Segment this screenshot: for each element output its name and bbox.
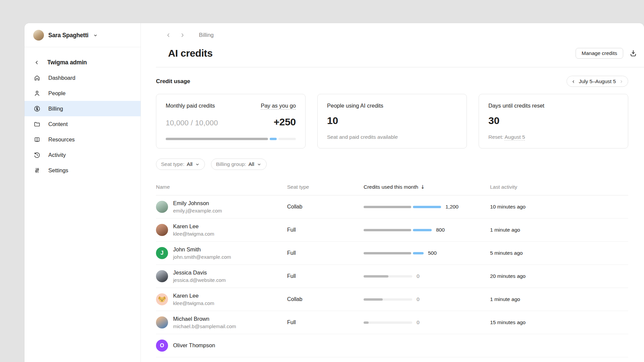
- user-email: klee@twigma.com: [173, 231, 214, 237]
- workspace-title: Twigma admin: [47, 59, 87, 66]
- seat-credits-fill: [364, 321, 369, 324]
- remaining-track-segment: [278, 138, 296, 140]
- sliders-icon: [34, 167, 41, 174]
- sidebar-item-label: Settings: [48, 167, 68, 174]
- seat-credits-segment: [364, 206, 411, 208]
- credits-track: [364, 298, 412, 301]
- column-credits-used[interactable]: Credits used this month ↓: [364, 184, 490, 190]
- seat-credits-fill: [364, 275, 388, 278]
- credits-value: 500: [428, 250, 437, 256]
- monthly-credits-usage: 10,000 / 10,000: [166, 119, 218, 127]
- card-subtitle: Reset: August 5: [488, 134, 619, 140]
- table-row[interactable]: Jessica Davisjessica.d@website.comFull02…: [156, 265, 628, 288]
- avatar: [156, 201, 168, 213]
- credits-value: 0: [417, 273, 420, 279]
- nav-back-icon[interactable]: [165, 32, 171, 38]
- last-activity: 1 minute ago: [490, 296, 628, 302]
- seat-type-filter[interactable]: Seat type: All: [156, 159, 205, 170]
- reset-label: Reset:: [488, 134, 504, 140]
- chevron-left-icon[interactable]: [571, 79, 576, 83]
- sidebar-item-billing[interactable]: Billing: [24, 101, 141, 116]
- filters: Seat type: All Billing group: All: [156, 159, 628, 170]
- filter-label: Seat type:: [161, 161, 184, 167]
- seat-type: Full: [287, 227, 364, 233]
- table-body: Emily Johnsonemily.j@example.comCollab1,…: [156, 195, 628, 357]
- sidebar-item-label: Content: [48, 121, 68, 127]
- sidebar-item-resources[interactable]: Resources: [24, 132, 141, 147]
- column-seat-type[interactable]: Seat type: [287, 184, 364, 190]
- column-last-activity[interactable]: Last activity: [490, 184, 628, 190]
- payg-credits-value: +250: [274, 116, 296, 128]
- pay-as-you-go-link[interactable]: Pay as you go: [261, 103, 296, 110]
- table-row[interactable]: Karen Leeklee@twigma.comCollab01 minute …: [156, 288, 628, 311]
- avatar: O: [156, 340, 168, 352]
- paid-credits-segment: [413, 229, 432, 231]
- sidebar-nav: Twigma admin DashboardPeopleBillingConte…: [24, 47, 141, 178]
- billing-group-filter[interactable]: Billing group: All: [211, 159, 267, 170]
- seat-type: Collab: [287, 204, 364, 210]
- user-menu[interactable]: Sara Spaghetti: [24, 23, 141, 47]
- user-email: john.smith@example.com: [173, 254, 231, 260]
- chevron-right-icon[interactable]: [619, 79, 624, 83]
- sidebar-item-content[interactable]: Content: [24, 116, 141, 132]
- credits-usage-bar: [364, 298, 412, 301]
- content-area: Credit usage July 5–August 5 Monthly pai…: [141, 67, 644, 362]
- table-row[interactable]: JJohn Smithjohn.smith@example.comFull500…: [156, 242, 628, 265]
- sidebar-item-settings[interactable]: Settings: [24, 163, 141, 178]
- card-people-using-credits: People using AI credits 10 Seat and paid…: [317, 94, 467, 148]
- people-count: 10: [327, 115, 457, 126]
- card-title: People using AI credits: [327, 103, 457, 109]
- book-icon: [34, 136, 41, 143]
- user-full-name: Oliver Thompson: [173, 342, 215, 349]
- breadcrumb: Billing: [141, 23, 644, 38]
- home-icon: [34, 74, 41, 81]
- credits-progress-bar: [166, 138, 296, 140]
- card-title: Monthly paid credits: [166, 103, 215, 109]
- history-icon: [34, 152, 41, 159]
- chevron-down-icon: [257, 162, 262, 167]
- seat-credits-fill: [364, 298, 383, 301]
- filter-value: All: [187, 161, 193, 167]
- table-row[interactable]: OOliver Thompson: [156, 334, 628, 357]
- chevron-down-icon: [93, 33, 98, 38]
- seat-type: Collab: [287, 296, 364, 302]
- credits-used-cell: 0: [364, 319, 490, 325]
- column-name[interactable]: Name: [156, 184, 287, 190]
- credits-table: Name Seat type Credits used this month ↓…: [156, 177, 628, 362]
- user-full-name: Karen Lee: [173, 223, 214, 230]
- sidebar-item-activity[interactable]: Activity: [24, 147, 141, 163]
- download-icon[interactable]: [629, 49, 637, 57]
- avatar: [156, 224, 168, 236]
- section-title: Credit usage: [156, 78, 190, 85]
- sidebar-item-people[interactable]: People: [24, 85, 141, 101]
- sidebar-item-label: Resources: [48, 136, 75, 143]
- table-row[interactable]: Emily Johnsonemily.j@example.comCollab1,…: [156, 195, 628, 219]
- app-window: Sara Spaghetti Twigma admin DashboardPeo…: [24, 23, 644, 362]
- folder-icon: [34, 121, 41, 128]
- credits-usage-bar: [364, 206, 441, 208]
- chevron-left-icon: [34, 59, 40, 66]
- manage-credits-button[interactable]: Manage credits: [576, 48, 623, 59]
- last-activity: 5 minutes ago: [490, 250, 628, 256]
- card-monthly-paid-credits: Monthly paid credits Pay as you go 10,00…: [156, 94, 306, 148]
- table-row[interactable]: Michael Brownmichael.b@samplemail.comFul…: [156, 311, 628, 334]
- filter-label: Billing group:: [216, 161, 246, 167]
- sidebar-item-label: Activity: [48, 152, 66, 158]
- nav-forward-icon[interactable]: [179, 32, 185, 38]
- date-range-picker[interactable]: July 5–August 5: [567, 76, 628, 87]
- user-full-name: John Smith: [173, 246, 231, 253]
- sidebar-item-dashboard[interactable]: Dashboard: [24, 70, 141, 85]
- credits-used-cell: 500: [364, 250, 490, 256]
- seat-credits-segment: [166, 138, 268, 140]
- reset-date-link[interactable]: August 5: [504, 134, 525, 140]
- date-range-label: July 5–August 5: [579, 78, 616, 84]
- credits-value: 1,200: [445, 204, 459, 210]
- avatar: [156, 293, 168, 305]
- avatar: [156, 316, 168, 328]
- credits-value: 0: [417, 296, 420, 302]
- workspace-back[interactable]: Twigma admin: [24, 55, 141, 70]
- last-activity: 1 minute ago: [490, 227, 628, 233]
- person-icon: [34, 90, 41, 97]
- last-activity: 15 minutes ago: [490, 319, 628, 325]
- table-row[interactable]: Karen Leeklee@twigma.comFull8001 minute …: [156, 219, 628, 242]
